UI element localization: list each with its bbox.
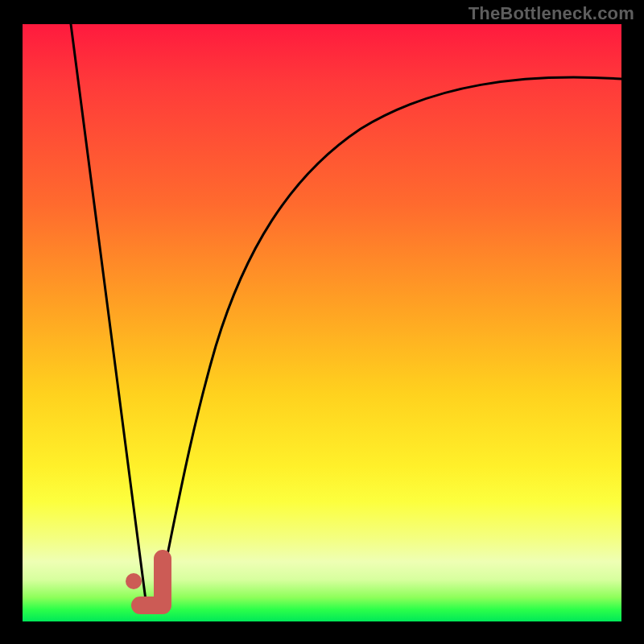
marker-j-dot (126, 573, 142, 589)
right-rising-curve (155, 77, 621, 613)
left-descending-line (71, 24, 147, 613)
attribution-text: TheBottleneck.com (469, 3, 634, 24)
plot-area (23, 24, 621, 621)
curves-layer (23, 24, 621, 621)
chart-frame: TheBottleneck.com (0, 0, 644, 644)
